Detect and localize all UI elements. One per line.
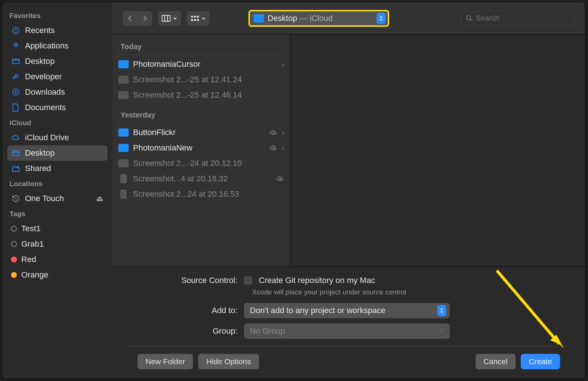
sidebar-tag-test1[interactable]: Test1 bbox=[7, 221, 107, 236]
sidebar-tag-grab1[interactable]: Grab1 bbox=[7, 236, 107, 252]
sidebar-item-recents[interactable]: Recents bbox=[7, 23, 107, 38]
view-columns-button[interactable] bbox=[158, 11, 181, 26]
tag-dot-icon bbox=[11, 241, 17, 247]
sidebar-item-documents[interactable]: Documents bbox=[7, 100, 107, 115]
search-input[interactable] bbox=[476, 14, 570, 22]
path-location: iCloud bbox=[310, 14, 333, 23]
list-item[interactable]: ButtonFlickr › bbox=[112, 125, 290, 140]
sidebar-item-label: Downloads bbox=[25, 87, 65, 97]
sidebar-item-label: iCloud Drive bbox=[25, 133, 69, 142]
group-icon bbox=[190, 15, 199, 22]
hide-options-button[interactable]: Hide Options bbox=[198, 354, 259, 369]
add-to-label: Add to: bbox=[127, 306, 237, 315]
list-item: Screenshot 2...-24 at 20.12.10 bbox=[112, 156, 290, 171]
eject-icon[interactable]: ⏏ bbox=[96, 194, 104, 203]
chevron-right-icon: › bbox=[282, 129, 284, 137]
path-text: Desktop — iCloud bbox=[268, 14, 333, 23]
sidebar-item-downloads[interactable]: Downloads bbox=[7, 84, 107, 100]
sidebar-item-label: Grab1 bbox=[21, 239, 44, 249]
git-checkbox[interactable] bbox=[244, 276, 252, 284]
download-icon bbox=[11, 87, 21, 97]
item-name: Screenshot 2...-25 at 12.46.14 bbox=[133, 90, 284, 100]
sidebar-item-developer[interactable]: Developer bbox=[7, 69, 107, 84]
svg-point-12 bbox=[467, 15, 471, 20]
folder-icon bbox=[254, 14, 264, 22]
path-popup[interactable]: Desktop — iCloud bbox=[248, 10, 389, 27]
folder-icon bbox=[118, 128, 129, 137]
sidebar-item-label: Orange bbox=[21, 270, 48, 280]
apps-icon bbox=[11, 41, 21, 51]
create-button[interactable]: Create bbox=[521, 354, 560, 369]
sidebar-item-label: Test1 bbox=[21, 224, 41, 233]
detail-pane bbox=[290, 35, 585, 266]
group-label: Group: bbox=[127, 326, 237, 336]
group-title-yesterday: Yesterday bbox=[112, 103, 290, 123]
tag-dot-icon bbox=[11, 272, 17, 278]
sidebar-tag-red[interactable]: Red bbox=[7, 252, 107, 267]
list-item[interactable]: PhotomaniaNew › bbox=[112, 140, 290, 156]
sidebar-item-iclouddrive[interactable]: iCloud Drive bbox=[7, 130, 107, 145]
toolbar: Desktop — iCloud bbox=[112, 2, 585, 35]
popup-selectors-icon bbox=[437, 305, 446, 316]
history-icon bbox=[11, 194, 21, 203]
svg-rect-9 bbox=[191, 19, 193, 21]
cancel-button[interactable]: Cancel bbox=[476, 354, 516, 369]
add-to-select[interactable]: Don't add to any project or workspace bbox=[244, 303, 450, 318]
sidebar-item-label: Shared bbox=[25, 164, 51, 173]
list-item: Screenshot 2...-25 at 12.46.14 bbox=[112, 87, 290, 103]
sidebar-item-label: Recents bbox=[25, 26, 55, 35]
save-dialog: Favorites Recents Applications Desktop D… bbox=[2, 2, 585, 379]
list-item[interactable]: PhotomaniaCursor › bbox=[112, 57, 290, 72]
sidebar-section-tags: Tags bbox=[10, 210, 105, 218]
cloud-download-icon[interactable] bbox=[269, 130, 277, 135]
browser-column[interactable]: Today PhotomaniaCursor › Screenshot 2...… bbox=[112, 35, 290, 266]
sidebar-item-label: Developer bbox=[25, 72, 62, 81]
phone-icon bbox=[121, 190, 126, 199]
nav-back-button[interactable] bbox=[123, 11, 137, 26]
item-name: ButtonFlickr bbox=[133, 128, 265, 137]
group-select: No Group bbox=[244, 323, 450, 339]
git-checkbox-label[interactable]: Create Git repository on my Mac bbox=[259, 276, 375, 285]
file-icon bbox=[118, 159, 129, 167]
sidebar-item-label: Red bbox=[21, 255, 36, 264]
view-group-button[interactable] bbox=[187, 11, 209, 26]
tag-dot-icon bbox=[11, 257, 17, 262]
cloud-download-icon[interactable] bbox=[276, 176, 284, 182]
sidebar-section-locations: Locations bbox=[10, 180, 105, 188]
item-name: Screenshot 2...-25 at 12.41.24 bbox=[133, 75, 284, 84]
tag-dot-icon bbox=[11, 226, 17, 232]
sidebar-item-applications[interactable]: Applications bbox=[7, 38, 107, 54]
sidebar-item-onetouch[interactable]: One Touch ⏏ bbox=[7, 191, 107, 206]
shared-icon bbox=[11, 164, 21, 173]
new-folder-button[interactable]: New Folder bbox=[137, 354, 193, 369]
sidebar-tag-orange[interactable]: Orange bbox=[7, 267, 107, 283]
doc-icon bbox=[11, 103, 21, 112]
sidebar-item-desktop-icloud[interactable]: Desktop bbox=[7, 145, 107, 161]
sidebar-item-shared[interactable]: Shared bbox=[7, 161, 107, 176]
svg-rect-11 bbox=[197, 19, 199, 21]
svg-rect-7 bbox=[194, 16, 196, 18]
nav-forward-button[interactable] bbox=[137, 11, 152, 26]
sidebar: Favorites Recents Applications Desktop D… bbox=[2, 2, 112, 379]
item-name: Screenshot 2...24 at 20.16.53 bbox=[133, 189, 284, 199]
cloud-download-icon[interactable] bbox=[269, 145, 277, 151]
bottom-bar: New Folder Hide Options Cancel Create bbox=[127, 346, 570, 379]
item-name: PhotomaniaCursor bbox=[133, 59, 277, 69]
search-field[interactable] bbox=[461, 11, 575, 26]
svg-rect-6 bbox=[191, 16, 193, 18]
sidebar-item-desktop[interactable]: Desktop bbox=[7, 54, 107, 69]
sidebar-item-label: Applications bbox=[25, 41, 69, 51]
chevron-right-icon: › bbox=[282, 144, 284, 152]
add-to-value: Don't add to any project or workspace bbox=[250, 306, 386, 315]
file-icon bbox=[118, 76, 129, 84]
list-item: Screenshot 2...-25 at 12.41.24 bbox=[112, 72, 290, 87]
chevron-down-icon bbox=[201, 17, 206, 20]
item-name: Screenshot 2...-24 at 20.12.10 bbox=[133, 159, 284, 168]
path-separator: — bbox=[297, 14, 310, 23]
popup-selectors-icon bbox=[437, 326, 446, 337]
sidebar-item-label: Desktop bbox=[25, 57, 55, 66]
svg-rect-10 bbox=[194, 19, 196, 21]
desktop-icon bbox=[11, 57, 21, 66]
group-value: No Group bbox=[250, 326, 285, 336]
item-name: PhotomaniaNew bbox=[133, 143, 265, 153]
